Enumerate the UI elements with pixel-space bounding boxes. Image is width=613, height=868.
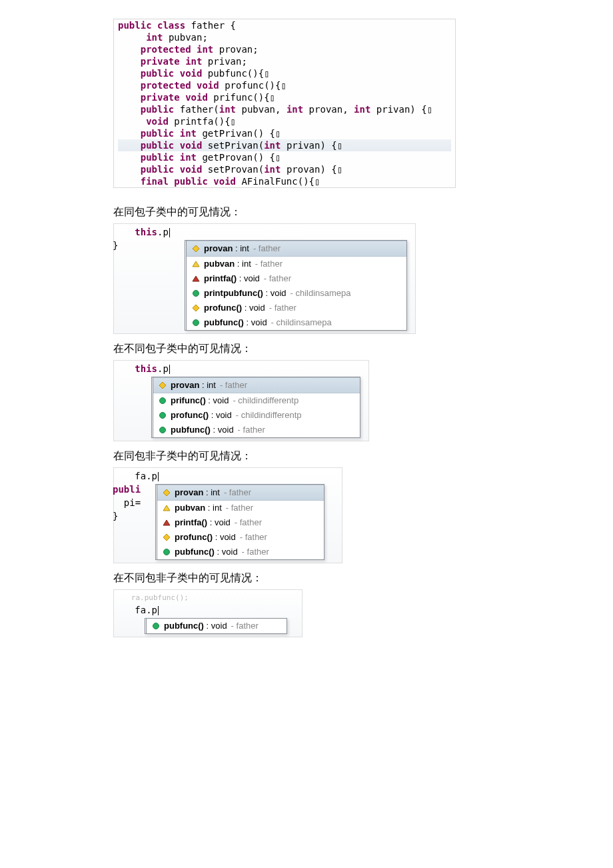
- item-label: profunc() : void: [171, 408, 232, 423]
- circ-g-icon: [192, 319, 200, 327]
- item-source: - father: [231, 619, 259, 633]
- autocomplete-popup[interactable]: provan : int - fatherpubvan : int - fath…: [155, 484, 324, 560]
- code-line: public void pubfunc(){▯: [118, 67, 451, 79]
- autocomplete-item[interactable]: provan : int - father: [153, 377, 360, 393]
- autocomplete-item[interactable]: printfa() : void - father: [187, 271, 406, 286]
- autocomplete-item[interactable]: provan : int - father: [187, 241, 406, 257]
- svg-marker-0: [193, 245, 199, 252]
- svg-point-9: [160, 427, 166, 433]
- diamond-y-icon: [163, 489, 171, 497]
- item-label: pubvan : int: [204, 257, 251, 271]
- item-label: provan : int: [171, 378, 216, 393]
- code-snippet: ra.pubfunc(); fa.ppubfunc() : void - fat…: [113, 589, 613, 637]
- item-source: - father: [255, 257, 283, 271]
- item-label: pubfunc() : void: [175, 545, 238, 559]
- code-line: public father(int pubvan, int provan, in…: [118, 103, 451, 115]
- item-source: - father: [253, 241, 281, 256]
- autocomplete-popup[interactable]: provan : int - fatherpubvan : int - fath…: [185, 240, 407, 331]
- circ-g-icon: [159, 426, 167, 434]
- item-source: - father: [224, 485, 251, 500]
- item-label: printfa() : void: [204, 271, 260, 286]
- item-source: - father: [264, 271, 291, 286]
- svg-marker-12: [163, 520, 170, 525]
- typed-prefix[interactable]: fa.p: [118, 469, 338, 483]
- item-source: - father: [226, 501, 253, 515]
- svg-point-7: [160, 398, 166, 404]
- item-source: - father: [240, 530, 267, 545]
- code-line: public void setProvan(int provan) {▯: [118, 163, 451, 175]
- typed-prefix[interactable]: fa.p: [118, 603, 298, 617]
- svg-marker-13: [163, 534, 170, 541]
- gutter-code: }: [113, 239, 118, 252]
- item-label: printpubfunc() : void: [204, 286, 287, 301]
- truncated-code-above: ra.pubfunc();: [118, 591, 298, 605]
- tri-r-icon: [163, 519, 171, 527]
- code-snippet: fa.ppubli pi= }provan : int - fatherpubv…: [113, 467, 613, 563]
- autocomplete-popup[interactable]: provan : int - fatherprifunc() : void - …: [151, 377, 360, 438]
- svg-point-15: [153, 623, 159, 629]
- code-line: public class father {: [118, 19, 451, 31]
- svg-marker-2: [193, 276, 199, 281]
- svg-marker-11: [163, 505, 170, 511]
- autocomplete-item[interactable]: provan : int - father: [157, 485, 324, 501]
- item-source: - father: [235, 515, 262, 530]
- section-heading: 在同包子类中的可见情况：: [113, 205, 613, 219]
- diamond-y-icon: [192, 304, 200, 312]
- typed-prefix[interactable]: this.p: [118, 362, 364, 375]
- code-line: public int getPrivan() {▯: [118, 127, 451, 139]
- item-label: pubfunc() : void: [171, 423, 234, 437]
- autocomplete-item[interactable]: prifunc() : void - childindifferentp: [153, 393, 360, 408]
- autocomplete-item[interactable]: printfa() : void - father: [157, 515, 324, 530]
- gutter-code: publi pi= }: [113, 483, 141, 523]
- item-label: profunc() : void: [175, 530, 236, 545]
- autocomplete-item[interactable]: pubvan : int - father: [157, 501, 324, 515]
- section-heading: 在不同包非子类中的可见情况：: [113, 571, 613, 585]
- item-source: - father: [238, 423, 265, 437]
- svg-marker-4: [193, 305, 199, 311]
- tri-r-icon: [192, 275, 200, 283]
- code-line: private void prifunc(){▯: [118, 91, 451, 103]
- svg-point-3: [193, 291, 199, 297]
- svg-point-8: [160, 413, 166, 419]
- item-source: - father: [269, 301, 297, 315]
- autocomplete-item[interactable]: profunc() : void - father: [157, 530, 324, 545]
- svg-point-14: [164, 549, 170, 555]
- code-line: final public void AFinalFunc(){▯: [118, 175, 451, 187]
- autocomplete-item[interactable]: pubfunc() : void - childinsamepa: [187, 315, 406, 330]
- item-source: - father: [242, 545, 269, 559]
- diamond-y-icon: [163, 533, 171, 541]
- circ-g-icon: [159, 397, 167, 405]
- autocomplete-popup[interactable]: pubfunc() : void - father: [145, 618, 287, 634]
- svg-marker-10: [163, 489, 170, 496]
- code-line: public int getProvan() {▯: [118, 151, 451, 163]
- svg-point-5: [193, 320, 199, 326]
- item-label: profunc() : void: [204, 301, 265, 315]
- diamond-y-icon: [192, 245, 200, 253]
- autocomplete-item[interactable]: pubfunc() : void - father: [147, 619, 287, 633]
- item-source: - childindifferentp: [236, 408, 302, 423]
- item-label: provan : int: [204, 241, 249, 256]
- svg-marker-1: [193, 261, 199, 267]
- circ-g-icon: [163, 548, 171, 556]
- typed-prefix[interactable]: this.p: [118, 225, 411, 239]
- diamond-y-icon: [159, 381, 167, 389]
- section-heading: 在不同包子类中的可见情况：: [113, 342, 613, 356]
- item-label: pubfunc() : void: [204, 315, 267, 330]
- autocomplete-item[interactable]: pubfunc() : void - father: [157, 545, 324, 559]
- code-snippet: this.p}provan : int - fatherpubvan : int…: [113, 223, 613, 334]
- autocomplete-item[interactable]: profunc() : void - childindifferentp: [153, 408, 360, 423]
- item-source: - childinsamepa: [291, 286, 351, 301]
- autocomplete-item[interactable]: pubvan : int - father: [187, 257, 406, 271]
- circ-g-icon: [192, 289, 200, 297]
- autocomplete-item[interactable]: pubfunc() : void - father: [153, 423, 360, 437]
- tri-y-icon: [163, 504, 171, 512]
- item-label: prifunc() : void: [171, 393, 229, 408]
- code-snippet: this.pprovan : int - fatherprifunc() : v…: [113, 360, 613, 441]
- item-label: printfa() : void: [175, 515, 231, 530]
- autocomplete-item[interactable]: profunc() : void - father: [187, 301, 406, 315]
- code-line: int pubvan;: [118, 31, 451, 43]
- item-source: - childinsamepa: [271, 315, 332, 330]
- svg-marker-6: [159, 382, 166, 389]
- autocomplete-item[interactable]: printpubfunc() : void - childinsamepa: [187, 286, 406, 301]
- item-source: - father: [220, 378, 247, 393]
